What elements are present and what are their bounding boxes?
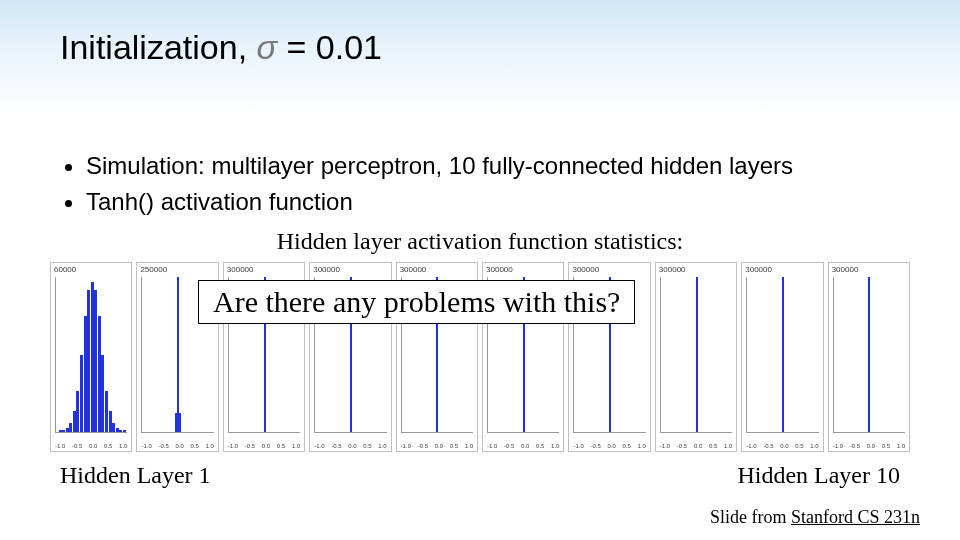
x-tick-label: 0.0 xyxy=(694,443,702,449)
histogram-bar xyxy=(123,430,126,432)
x-ticks: -1.0-0.50.00.51.0 xyxy=(833,443,905,449)
y-max-label: 300000 xyxy=(832,265,859,274)
y-max-label: 300000 xyxy=(313,265,340,274)
credit-prefix: Slide from xyxy=(710,507,791,527)
x-tick-label: -0.5 xyxy=(850,443,860,449)
x-tick-label: 0.0 xyxy=(780,443,788,449)
x-tick-label: -0.5 xyxy=(504,443,514,449)
x-tick-label: -1.0 xyxy=(487,443,497,449)
bullet-item: Simulation: multilayer perceptron, 10 fu… xyxy=(86,148,793,184)
histogram-bar xyxy=(73,411,76,432)
x-tick-label: -0.5 xyxy=(72,443,82,449)
histogram-bar xyxy=(177,277,179,432)
layer-label-right: Hidden Layer 10 xyxy=(737,462,900,489)
x-tick-label: 1.0 xyxy=(638,443,646,449)
x-tick-label: 0.5 xyxy=(190,443,198,449)
histogram-bar xyxy=(84,316,87,432)
x-ticks: -1.0-0.50.00.51.0 xyxy=(573,443,645,449)
x-ticks: -1.0-0.50.00.51.0 xyxy=(660,443,732,449)
x-tick-label: -1.0 xyxy=(55,443,65,449)
x-tick-label: 0.5 xyxy=(450,443,458,449)
histogram-bar xyxy=(76,391,79,432)
y-max-label: 300000 xyxy=(227,265,254,274)
plot-area xyxy=(833,277,905,433)
x-tick-label: 0.5 xyxy=(277,443,285,449)
title-word: Initialization, xyxy=(60,28,247,66)
question-callout: Are there any problems with this? xyxy=(198,280,635,324)
plot-area xyxy=(55,277,127,433)
y-max-label: 250000 xyxy=(140,265,167,274)
histogram-bar xyxy=(696,277,698,432)
x-tick-label: 0.0 xyxy=(89,443,97,449)
x-tick-label: 0.0 xyxy=(607,443,615,449)
credit-link[interactable]: Stanford CS 231n xyxy=(791,507,920,527)
x-tick-label: 1.0 xyxy=(292,443,300,449)
x-ticks: -1.0-0.50.00.51.0 xyxy=(401,443,473,449)
histogram-bar xyxy=(59,430,62,432)
histogram-bar xyxy=(62,430,65,432)
x-tick-label: 0.5 xyxy=(882,443,890,449)
histogram-bar xyxy=(69,423,72,432)
y-max-label: 60000 xyxy=(54,265,76,274)
histogram-bar xyxy=(868,277,870,432)
histogram-8: 300000-1.0-0.50.00.51.0 xyxy=(655,262,737,452)
y-max-label: 300000 xyxy=(486,265,513,274)
x-tick-label: -0.5 xyxy=(245,443,255,449)
x-tick-label: 0.5 xyxy=(709,443,717,449)
x-tick-label: -1.0 xyxy=(314,443,324,449)
bullet-list: Simulation: multilayer perceptron, 10 fu… xyxy=(60,148,793,220)
histogram-1: 60000-1.0-0.50.00.51.0 xyxy=(50,262,132,452)
x-tick-label: 0.0 xyxy=(867,443,875,449)
y-max-label: 300000 xyxy=(572,265,599,274)
histogram-bar xyxy=(119,430,122,432)
histogram-bar xyxy=(109,411,112,432)
histogram-10: 300000-1.0-0.50.00.51.0 xyxy=(828,262,910,452)
x-tick-label: -1.0 xyxy=(833,443,843,449)
x-tick-label: -1.0 xyxy=(746,443,756,449)
histogram-bar xyxy=(80,355,83,433)
histogram-bar xyxy=(179,413,181,432)
x-tick-label: 0.5 xyxy=(363,443,371,449)
x-tick-label: 1.0 xyxy=(465,443,473,449)
histogram-bar xyxy=(782,277,784,432)
x-tick-label: -0.5 xyxy=(590,443,600,449)
x-tick-label: 0.0 xyxy=(175,443,183,449)
plot-area xyxy=(660,277,732,433)
slide-credit: Slide from Stanford CS 231n xyxy=(710,507,920,528)
y-max-label: 300000 xyxy=(745,265,772,274)
x-tick-label: 1.0 xyxy=(378,443,386,449)
histogram-9: 300000-1.0-0.50.00.51.0 xyxy=(741,262,823,452)
histogram-bar xyxy=(98,316,101,432)
x-tick-label: -0.5 xyxy=(763,443,773,449)
x-tick-label: 0.0 xyxy=(262,443,270,449)
x-tick-label: -0.5 xyxy=(331,443,341,449)
x-tick-label: -1.0 xyxy=(141,443,151,449)
histogram-bar xyxy=(101,355,104,433)
x-tick-label: -1.0 xyxy=(401,443,411,449)
y-max-label: 300000 xyxy=(659,265,686,274)
histogram-bar xyxy=(105,391,108,432)
histogram-bar xyxy=(87,290,90,432)
x-tick-label: 1.0 xyxy=(897,443,905,449)
chart-group-title: Hidden layer activation function statist… xyxy=(0,228,960,255)
histogram-bar xyxy=(94,290,97,432)
x-ticks: -1.0-0.50.00.51.0 xyxy=(55,443,127,449)
histogram-bar xyxy=(91,282,94,432)
title-eq: = 0.01 xyxy=(287,28,382,66)
x-tick-label: 0.5 xyxy=(104,443,112,449)
x-tick-label: -1.0 xyxy=(228,443,238,449)
title-sigma: σ xyxy=(257,28,278,66)
x-tick-label: 0.5 xyxy=(795,443,803,449)
slide-title: Initialization, σ = 0.01 xyxy=(60,28,382,67)
x-tick-label: 1.0 xyxy=(724,443,732,449)
y-max-label: 300000 xyxy=(400,265,427,274)
histogram-bar xyxy=(66,428,69,432)
plot-area xyxy=(746,277,818,433)
x-ticks: -1.0-0.50.00.51.0 xyxy=(314,443,386,449)
x-tick-label: 0.0 xyxy=(348,443,356,449)
x-tick-label: 1.0 xyxy=(551,443,559,449)
histogram-bar xyxy=(116,428,119,432)
layer-label-left: Hidden Layer 1 xyxy=(60,462,211,489)
x-tick-label: -1.0 xyxy=(660,443,670,449)
x-tick-label: 1.0 xyxy=(810,443,818,449)
